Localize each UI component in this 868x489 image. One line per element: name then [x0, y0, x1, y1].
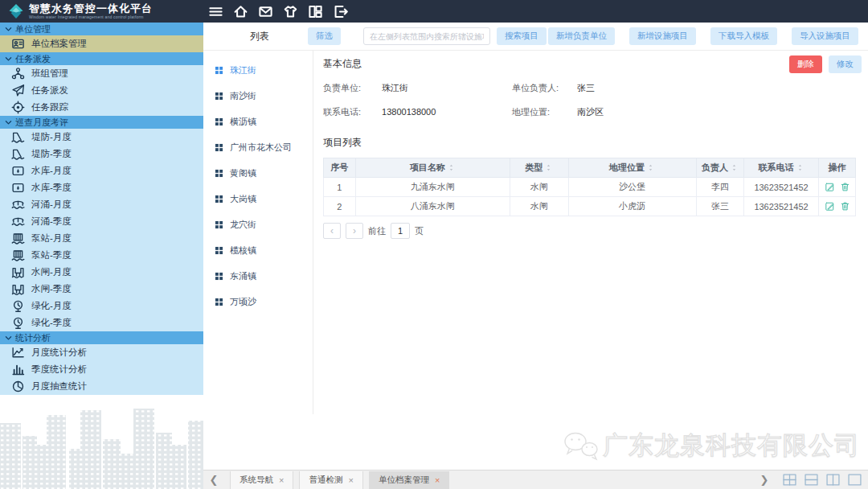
table-header[interactable]: 负责人 [696, 158, 744, 178]
org-list-item[interactable]: 龙穴街 [203, 212, 313, 237]
org-list-item[interactable]: 黄阁镇 [203, 160, 313, 186]
sidebar-item[interactable]: 泵站-月度 [0, 230, 203, 247]
search-project-button[interactable]: 搜索项目 [497, 27, 547, 45]
table-header[interactable]: 项目名称 [355, 158, 510, 178]
app-window: 智慧水务管控一体化平台 Wisdom water Integrated mana… [0, 0, 868, 489]
modify-button[interactable]: 修改 [829, 55, 862, 73]
next-page-button[interactable]: › [346, 223, 363, 239]
sidebar-item[interactable]: 月度抽查统计 [0, 378, 203, 395]
table-row: 2八涌东水闸水闸小虎沥张三13623521452 [324, 197, 856, 216]
table-header[interactable]: 联系电话 [744, 158, 819, 178]
tab-label: 普通检测 [309, 475, 342, 486]
company-watermark: 广东龙泉科技有限公司 [563, 429, 860, 462]
sidebar-item[interactable]: 河涌-月度 [0, 196, 203, 213]
toolbar-actions: 新增负责单位新增设施项目下载导入模板导入设施项目 [548, 27, 858, 45]
trash-icon [840, 201, 850, 212]
row-edit-button[interactable] [825, 201, 835, 212]
tab[interactable]: 普通检测× [299, 471, 362, 489]
org-item-label: 广州市花木公司 [230, 142, 292, 154]
sidebar-item-label: 绿化-月度 [31, 300, 72, 312]
sidebar-item[interactable]: 绿化-季度 [0, 314, 203, 331]
sidebar-section[interactable]: 单位管理 [0, 23, 203, 35]
org-list-item[interactable]: 东涌镇 [203, 263, 313, 289]
delete-button[interactable]: 删除 [789, 55, 822, 73]
sidebar-item[interactable]: 水闸-季度 [0, 281, 203, 298]
close-icon[interactable]: × [435, 475, 440, 485]
tabs-scroll-left-icon[interactable]: ❮ [203, 474, 224, 486]
sidebar-item[interactable]: 河涌-季度 [0, 213, 203, 230]
layout-button[interactable] [308, 4, 323, 19]
basic-info-fields: 负责单位: 珠江街 单位负责人: 张三 联系电话: 13800138000 地理… [323, 82, 862, 118]
page-number-input[interactable]: 1 [391, 223, 410, 239]
layout-hsplit-button[interactable] [805, 474, 818, 486]
layout-single-button[interactable] [848, 474, 862, 486]
prev-page-button[interactable]: ‹ [323, 223, 341, 239]
sidebar-item[interactable]: 水闸-月度 [0, 264, 203, 281]
target-icon [11, 101, 25, 114]
layout-grid-button[interactable] [783, 474, 796, 486]
close-icon[interactable]: × [279, 475, 284, 485]
org-list-item[interactable]: 榄核镇 [203, 237, 313, 263]
sidebar-item[interactable]: 堤防-月度 [0, 129, 203, 146]
close-icon[interactable]: × [348, 475, 353, 485]
org-list-item[interactable]: 万顷沙 [203, 289, 313, 314]
toolbar-action-button[interactable]: 新增负责单位 [548, 27, 615, 45]
reservoir-icon [11, 181, 25, 195]
layout-vsplit-button[interactable] [826, 474, 840, 486]
table-header[interactable]: 类型 [510, 158, 568, 178]
sidebar-item[interactable]: 泵站-季度 [0, 247, 203, 264]
org-list-item[interactable]: 广州市花木公司 [203, 134, 313, 160]
row-delete-button[interactable] [840, 201, 850, 212]
org-list-item[interactable]: 珠江街 [203, 57, 313, 83]
toolbar-action-button[interactable]: 导入设施项目 [792, 27, 858, 45]
sidebar-item-label: 任务跟踪 [31, 101, 68, 113]
sidebar-item[interactable]: 班组管理 [0, 65, 203, 82]
tabs-scroll-right-icon[interactable]: ❯ [754, 474, 775, 486]
main-content: 列表 筛选 搜索项目 新增负责单位新增设施项目下载导入模板导入设施项目 珠江街南… [203, 23, 868, 471]
sidebar-item[interactable]: 单位档案管理 [0, 35, 203, 52]
sidebar-section[interactable]: 统计分析 [0, 331, 203, 344]
shirt-button[interactable] [283, 4, 298, 19]
sidebar-item[interactable]: 堤防-季度 [0, 146, 203, 162]
home-button[interactable] [233, 4, 248, 19]
table-header[interactable]: 地理位置 [568, 158, 696, 178]
menu-button[interactable] [208, 4, 223, 19]
tab[interactable]: 系统导航× [230, 471, 293, 489]
org-list-item[interactable]: 大岗镇 [203, 186, 313, 212]
mail-icon [258, 4, 273, 19]
field-location: 地理位置: 南沙区 [512, 106, 862, 118]
sidebar-item[interactable]: 水库-月度 [0, 162, 203, 179]
org-list-item[interactable]: 南沙街 [203, 83, 313, 109]
logout-button[interactable] [333, 4, 348, 19]
sidebar-item[interactable]: 任务派发 [0, 82, 203, 99]
org-item-label: 大岗镇 [230, 193, 256, 205]
goto-label: 前往 [368, 225, 386, 237]
toolbar-action-button[interactable]: 下载导入模板 [710, 27, 777, 45]
row-edit-button[interactable] [825, 182, 835, 192]
sidebar-item[interactable]: 任务跟踪 [0, 99, 203, 116]
mail-button[interactable] [258, 4, 273, 19]
app-subtitle: Wisdom water Integrated management and c… [29, 15, 153, 19]
field-value: 张三 [577, 83, 595, 92]
sidebar-item[interactable]: 绿化-月度 [0, 298, 203, 314]
sidebar-item-label: 水闸-月度 [31, 266, 72, 278]
section-label: 巡查月度考评 [15, 117, 68, 129]
sidebar-item-label: 任务派发 [31, 84, 68, 97]
tab[interactable]: 单位档案管理× [369, 471, 449, 489]
field-label: 单位负责人: [512, 82, 568, 94]
toolbar-action-button[interactable]: 新增设施项目 [629, 27, 696, 45]
sidebar-item[interactable]: 水库-季度 [0, 179, 203, 196]
filter-button[interactable]: 筛选 [308, 27, 341, 45]
sidebar-item[interactable]: 月度统计分析 [0, 344, 203, 361]
pagination: ‹ › 前往 1 页 [323, 223, 862, 239]
sidebar-item-label: 班组管理 [31, 68, 68, 80]
project-table: 序号项目名称类型地理位置负责人联系电话操作 1九涌东水闸水闸沙公堡李四13623… [323, 158, 856, 216]
sidebar-item-label: 泵站-月度 [31, 232, 72, 244]
org-list-item[interactable]: 横沥镇 [203, 109, 313, 134]
brand: 智慧水务管控一体化平台 Wisdom water Integrated mana… [0, 3, 203, 19]
search-input[interactable] [363, 27, 490, 45]
row-delete-button[interactable] [840, 182, 850, 192]
sidebar-item[interactable]: 季度统计分析 [0, 361, 203, 378]
sidebar-section[interactable]: 任务派发 [0, 52, 203, 65]
sidebar-section[interactable]: 巡查月度考评 [0, 116, 203, 129]
